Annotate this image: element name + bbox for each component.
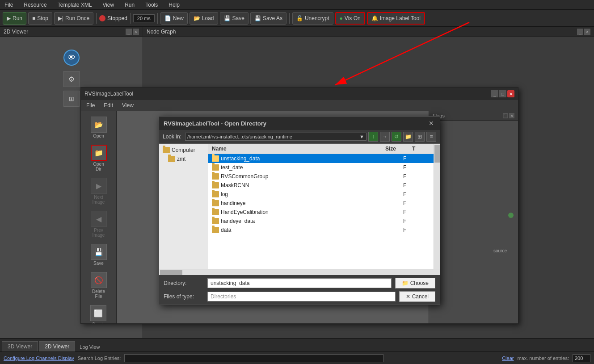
view-folder-button[interactable]: 📁 [403, 132, 413, 142]
rvs-tool-delete[interactable]: 🚫 DeleteFile [89, 270, 109, 301]
rvs-tool-create-polygons[interactable]: ⬜ CreatePolygons [88, 303, 110, 323]
tree-item-computer[interactable]: Computer [161, 146, 206, 155]
filename-log: log [221, 191, 403, 197]
file-row-data[interactable]: data F [208, 226, 434, 234]
path-dropdown[interactable]: /home/zmt/rvs-installed...cts/unstacking… [185, 133, 367, 141]
tab-2d-viewer[interactable]: 2D Viewer [39, 341, 75, 351]
unencrypt-button[interactable]: 🔓 Unencrypt [292, 12, 333, 25]
nav-refresh-button[interactable]: ↺ [392, 132, 401, 142]
col-type-header: T [412, 146, 430, 152]
nav-forward-button[interactable]: → [380, 132, 390, 142]
cancel-icon: ✕ [406, 293, 410, 300]
rvs-menu-edit[interactable]: Edit [102, 101, 115, 109]
rvs-tool-next[interactable]: ▶ NextImage [89, 176, 109, 206]
menu-file[interactable]: File [2, 1, 16, 9]
menu-view[interactable]: View [100, 1, 117, 9]
menu-template-xml[interactable]: Template XML [55, 1, 95, 9]
col-size-header: Size [385, 146, 412, 152]
tab-3d-viewer[interactable]: 3D Viewer [2, 341, 38, 351]
dialog-hscrollbar[interactable] [159, 269, 440, 275]
log-bar: Configure Log Channels Display Search Lo… [0, 351, 594, 364]
panel-close[interactable]: × [133, 29, 139, 35]
new-button[interactable]: 📄 New [160, 12, 188, 25]
vis-on-icon: ● [340, 15, 343, 21]
dialog-title: RVSImageLabelTool - Open Directory [164, 120, 266, 127]
search-log-input[interactable] [124, 354, 383, 362]
toolbar-separator-4 [289, 13, 290, 24]
flags-btn-2[interactable]: ✕ [509, 113, 514, 118]
rvs-tool-open-dir[interactable]: 📁 OpenDir [89, 143, 109, 173]
settings-icon-2d: ⚙ [63, 71, 80, 87]
node-graph-minimize[interactable]: _ [577, 29, 583, 35]
flags-btn-1[interactable]: ⬛ [503, 113, 508, 118]
rvs-title-bar: RVSImageLabelTool _ □ ✕ [81, 88, 518, 100]
choose-button[interactable]: 📁 Choose [395, 278, 435, 289]
save-as-button[interactable]: 💾 Save As [250, 12, 286, 25]
filesize-data: F [403, 227, 430, 233]
filesize-handineye: F [403, 200, 430, 206]
max-entries-label: max. number of entries: [517, 356, 569, 361]
rvs-tool-open[interactable]: 📂 Open [89, 115, 109, 140]
rvs-next-icon: ▶ [91, 178, 107, 194]
image-label-icon: 🔔 [371, 15, 378, 21]
run-once-button[interactable]: ▶| Run Once [54, 12, 93, 25]
files-type-row: Files of type: ✕ Cancel [164, 291, 435, 302]
cancel-button[interactable]: ✕ Cancel [399, 291, 435, 302]
clear-log-button[interactable]: Clear [502, 356, 514, 361]
status-display: Stopped [99, 15, 127, 21]
rvs-close[interactable]: ✕ [507, 90, 514, 97]
rvs-window-title: RVSImageLabelTool [84, 91, 133, 97]
dialog-close-button[interactable]: ✕ [427, 119, 435, 127]
menu-resource[interactable]: Resource [21, 1, 49, 9]
file-row-handeye-data[interactable]: handeye_data F [208, 217, 434, 226]
vis-on-button[interactable]: ● Vis On [335, 12, 365, 25]
file-row-handeyecalib[interactable]: HandEyeCalibration F [208, 208, 434, 217]
panel-minimize[interactable]: _ [126, 29, 132, 35]
nav-back-button[interactable]: ↑ [368, 132, 378, 142]
rvs-tool-save[interactable]: 💾 Save [89, 242, 109, 268]
source-indicator [508, 213, 514, 218]
image-label-tool-button[interactable]: 🔔 Image Label Tool [367, 12, 425, 25]
rvs-minimize[interactable]: _ [491, 90, 498, 97]
filesize-testdate: F [403, 164, 430, 171]
dialog-title-bar: RVSImageLabelTool - Open Directory ✕ [159, 117, 440, 130]
filesize-handeye-data: F [403, 218, 430, 224]
file-row-handineye[interactable]: handineye F [208, 199, 434, 208]
dialog-scrollbar[interactable] [434, 144, 440, 269]
run-once-icon: ▶| [58, 15, 63, 21]
file-row-unstacking-data[interactable]: unstacking_data F [208, 154, 434, 163]
run-button[interactable]: ▶ Run [3, 12, 26, 25]
menu-tools[interactable]: Tools [143, 1, 160, 9]
view-list-button[interactable]: ≡ [426, 132, 436, 142]
file-row-rvscommongroup[interactable]: RVSCommonGroup F [208, 172, 434, 181]
rvs-open-dir-icon: 📁 [91, 145, 107, 161]
file-row-maskrcnn[interactable]: MaskRCNN F [208, 181, 434, 190]
rvs-maximize[interactable]: □ [499, 90, 506, 97]
menu-help[interactable]: Help [166, 1, 182, 9]
stop-button[interactable]: ■ Stop [28, 12, 52, 25]
files-of-type-input[interactable] [207, 292, 396, 301]
toolbar-separator-2 [130, 13, 131, 24]
source-label: source [493, 248, 507, 253]
menu-run[interactable]: Run [122, 1, 137, 9]
configure-log-channels-button[interactable]: Configure Log Channels Display [4, 356, 74, 361]
tree-item-zmt[interactable]: zmt [166, 155, 206, 163]
view-grid-button[interactable]: ⊞ [415, 132, 425, 142]
save-button[interactable]: 💾 Save [220, 12, 249, 25]
load-button[interactable]: 📂 Load [190, 12, 218, 25]
max-entries-input[interactable] [573, 354, 590, 362]
rvs-menu-file[interactable]: File [84, 101, 97, 109]
file-row-log[interactable]: log F [208, 190, 434, 199]
file-tree: Computer zmt [159, 144, 208, 269]
node-graph-close[interactable]: × [584, 29, 590, 35]
rvs-menu: File Edit View [81, 100, 518, 111]
rvs-menu-view[interactable]: View [120, 101, 135, 109]
toolbar-separator-3 [157, 13, 158, 24]
new-icon: 📄 [164, 15, 171, 21]
dialog-footer: Directory: 📁 Choose Files of type: ✕ Can… [159, 275, 440, 305]
directory-input[interactable] [207, 278, 392, 288]
filename-handineye: handineye [221, 200, 403, 206]
rvs-tool-prev[interactable]: ◀ PrevImage [89, 209, 109, 239]
open-dir-dialog: RVSImageLabelTool - Open Directory ✕ Loo… [159, 116, 440, 305]
file-row-test-date[interactable]: test_date F [208, 163, 434, 172]
